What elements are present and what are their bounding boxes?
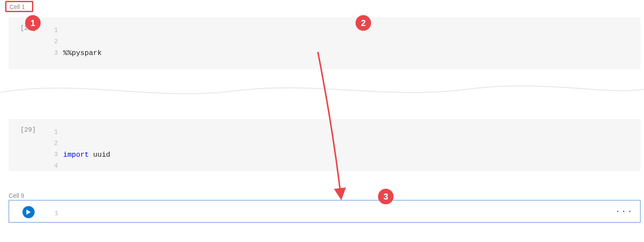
cell-label-1: Cell 1: [10, 3, 25, 10]
line-gutter-1: 1 2 3: [48, 17, 63, 69]
code-editor-3[interactable]: top5ProductsOverall.write.parquet('abfss…: [64, 200, 640, 222]
code-cell-1[interactable]: [22] 1 2 3 %%pyspark data_path = spark.r…: [9, 17, 641, 69]
run-cell-button[interactable]: [22, 206, 35, 218]
line-number: 3: [48, 48, 58, 59]
play-icon: [26, 209, 31, 215]
line-gutter-2: 1 2 3 4: [48, 119, 63, 171]
code-line: import uuid: [63, 149, 641, 161]
code-editor-1[interactable]: %%pyspark data_path = spark.read.load('a…: [63, 17, 641, 69]
callout-badge-1: 1: [25, 15, 41, 31]
line-number: 2: [48, 138, 58, 149]
code-editor-2[interactable]: import uuid # Generate random GUID runId…: [63, 119, 641, 171]
code-cell-2[interactable]: [29] 1 2 3 4 import uuid # Generate rand…: [9, 119, 641, 171]
cell-label-9: Cell 9: [9, 192, 24, 199]
callout-badge-3: 3: [378, 189, 394, 204]
line-number: 4: [48, 161, 58, 172]
callout-badge-2: 2: [356, 15, 371, 31]
line-number: 1: [48, 127, 58, 138]
line-number: 3: [48, 149, 58, 161]
line-number: 1: [48, 208, 58, 219]
line-number: 2: [48, 36, 58, 48]
exec-col-active: [9, 200, 48, 222]
code-cell-active[interactable]: 1 top5ProductsOverall.write.parquet('abf…: [9, 200, 641, 223]
more-icon[interactable]: ···: [615, 207, 633, 217]
content-break-wave: [0, 77, 644, 112]
code-line: %%pyspark: [63, 48, 641, 59]
line-gutter-3: 1: [48, 200, 64, 222]
line-number: 1: [48, 25, 58, 36]
exec-count-2: [29]: [9, 119, 48, 171]
